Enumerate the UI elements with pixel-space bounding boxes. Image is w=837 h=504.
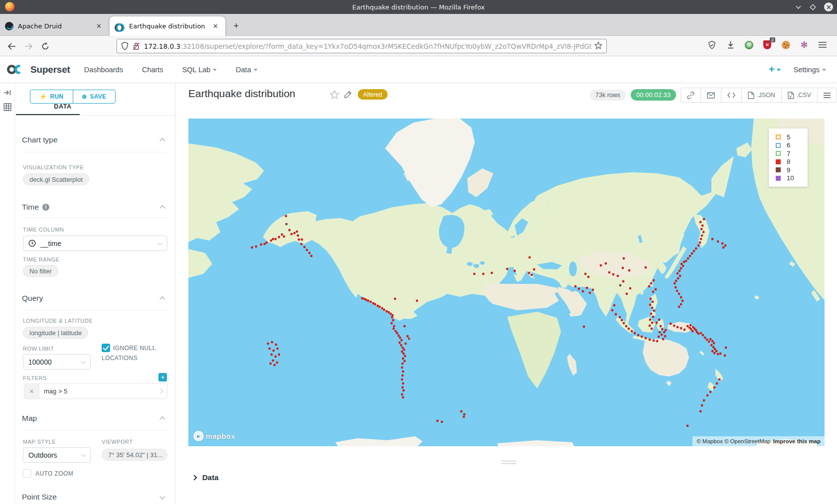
privacy-extension-icon[interactable] xyxy=(743,39,754,50)
map-legend: 5678910 xyxy=(769,128,808,187)
export-csv-button[interactable]: .CSV xyxy=(782,88,818,102)
remove-filter-icon[interactable]: ✕ xyxy=(24,384,39,398)
chart-menu-button[interactable] xyxy=(818,88,837,102)
legend-swatch xyxy=(776,159,781,164)
chevron-right-icon xyxy=(191,475,197,480)
viewport-label: VIEWPORT xyxy=(102,439,133,445)
settings-menu[interactable]: Settings xyxy=(794,66,826,74)
collapse-icon xyxy=(159,205,165,211)
legend-swatch xyxy=(776,134,781,139)
tracking-shield-icon[interactable] xyxy=(121,42,129,50)
collapse-icon xyxy=(159,138,165,143)
export-button-group: .JSON .CSV xyxy=(681,88,837,103)
time-range-value[interactable]: No filter xyxy=(23,265,58,277)
ignore-null-checkbox[interactable] xyxy=(102,344,110,352)
export-json-button[interactable]: .JSON xyxy=(742,88,782,102)
tab-close-icon[interactable]: ✕ xyxy=(94,21,104,31)
back-icon[interactable] xyxy=(5,40,18,53)
nav-sql-lab[interactable]: SQL Lab xyxy=(182,66,217,74)
chevron-down-icon xyxy=(254,69,258,71)
collapse-icon xyxy=(159,296,165,302)
run-button[interactable]: ⚡RUN xyxy=(30,90,73,103)
row-limit-select[interactable]: 100000 xyxy=(23,354,91,370)
email-button[interactable] xyxy=(701,88,721,102)
legend-label: 5 xyxy=(787,133,790,141)
section-query[interactable]: Query xyxy=(22,294,164,303)
nav-data[interactable]: Data xyxy=(236,66,258,74)
section-time[interactable]: Timei xyxy=(22,203,164,212)
time-range-label: TIME RANGE xyxy=(23,256,59,262)
expand-panel-icon[interactable] xyxy=(3,89,11,98)
legend-item-7[interactable]: 7 xyxy=(776,149,808,158)
insecure-lock-icon[interactable] xyxy=(133,42,140,50)
superset-navbar: Superset Dashboards Charts SQL Lab Data … xyxy=(0,56,837,83)
viz-type-label: VISUALIZATION TYPE xyxy=(23,164,84,170)
forward-icon[interactable] xyxy=(22,40,35,53)
embed-code-button[interactable] xyxy=(721,88,742,102)
legend-item-10[interactable]: 10 xyxy=(776,174,808,183)
legend-label: 10 xyxy=(787,174,794,182)
ignore-null-label: IGNORE NULL xyxy=(113,345,156,352)
legend-item-6[interactable]: 6 xyxy=(776,141,808,150)
nav-charts[interactable]: Charts xyxy=(142,66,163,74)
chevron-down-icon xyxy=(822,69,826,71)
new-tab-button[interactable]: + xyxy=(230,20,242,32)
deckgl-scatterplot-map[interactable]: 5678910 ▸ mapbox © Mapbox © OpenStreetMa… xyxy=(188,119,825,446)
window-titlebar: Earthquake distribution — Mozilla Firefo… xyxy=(0,0,837,14)
filter-item[interactable]: ✕ mag > 5 xyxy=(24,383,167,399)
cookie-extension-icon[interactable] xyxy=(780,39,791,50)
favorite-star-icon[interactable] xyxy=(330,90,339,101)
legend-label: 9 xyxy=(787,166,790,174)
maximize-icon[interactable] xyxy=(810,4,816,10)
mapbox-logo[interactable]: ▸ mapbox xyxy=(193,431,235,441)
menu-icon[interactable] xyxy=(817,39,828,50)
map-style-label: MAP STYLE xyxy=(23,439,56,445)
minimize-icon[interactable] xyxy=(795,4,802,10)
add-filter-button[interactable]: + xyxy=(158,373,167,381)
pocket-shield-icon[interactable] xyxy=(706,39,717,50)
tab-close-icon[interactable]: ✕ xyxy=(211,21,220,31)
tab-earthquake-distribution[interactable]: Earthquake distribution ✕ xyxy=(110,16,225,36)
section-map[interactable]: Map xyxy=(22,414,164,423)
clock-icon xyxy=(28,240,36,247)
chart-header: Earthquake distribution Altered 73k rows… xyxy=(175,83,837,111)
auto-zoom-checkbox[interactable] xyxy=(23,469,31,478)
downloads-icon[interactable] xyxy=(725,39,736,50)
section-chart-type[interactable]: Chart type xyxy=(22,135,164,144)
superset-logo[interactable]: Superset xyxy=(7,64,70,76)
panel-drag-handle[interactable] xyxy=(501,461,516,464)
bookmark-star-icon[interactable] xyxy=(594,41,602,51)
time-column-select[interactable]: __time xyxy=(23,236,167,251)
save-button[interactable]: ⊕SAVE xyxy=(73,90,116,103)
control-panel: ⚡RUN ⊕SAVE DATA Chart type VISUALIZATION… xyxy=(15,83,175,504)
close-icon[interactable] xyxy=(824,2,833,11)
reload-icon[interactable] xyxy=(39,40,52,53)
legend-item-5[interactable]: 5 xyxy=(776,133,808,141)
tab-data[interactable]: DATA xyxy=(37,103,88,115)
ublock-extension-icon[interactable]: u 2 xyxy=(762,39,773,50)
lonlat-value[interactable]: longitude | latitude xyxy=(23,327,88,339)
tab-apache-druid[interactable]: Apache Druid ✕ xyxy=(0,16,109,36)
altered-badge[interactable]: Altered xyxy=(358,89,388,100)
filters-label: FILTERS xyxy=(23,375,47,381)
query-timer-badge: 00:00:02.33 xyxy=(631,89,676,101)
legend-item-9[interactable]: 9 xyxy=(776,166,808,174)
url-input[interactable]: 172.18.0.3:32108/superset/explore/?form_… xyxy=(117,39,607,53)
colorful-extension-icon[interactable]: ✻ xyxy=(799,39,810,50)
ignore-null-label2: LOCATIONS xyxy=(102,355,138,362)
chevron-right-icon xyxy=(158,389,163,394)
viewport-value[interactable]: 7° 35' 54.02" | 31... xyxy=(102,449,167,461)
map-style-select[interactable]: Outdoors xyxy=(23,447,91,463)
add-new-button[interactable]: + xyxy=(769,64,781,75)
dataset-grid-icon[interactable] xyxy=(3,103,11,113)
data-panel-toggle[interactable]: Data xyxy=(192,473,219,482)
viz-type-value[interactable]: deck.gl Scatterplot xyxy=(23,173,89,185)
share-link-button[interactable] xyxy=(681,88,701,102)
section-point-size[interactable]: Point Size xyxy=(22,493,164,502)
nav-dashboards[interactable]: Dashboards xyxy=(84,66,123,74)
edit-properties-icon[interactable] xyxy=(344,90,352,101)
improve-map-link[interactable]: Improve this map xyxy=(773,438,821,444)
attribution-text[interactable]: © Mapbox © OpenStreetMap xyxy=(697,438,771,444)
legend-item-8[interactable]: 8 xyxy=(776,158,808,166)
collapse-rail xyxy=(0,83,15,504)
